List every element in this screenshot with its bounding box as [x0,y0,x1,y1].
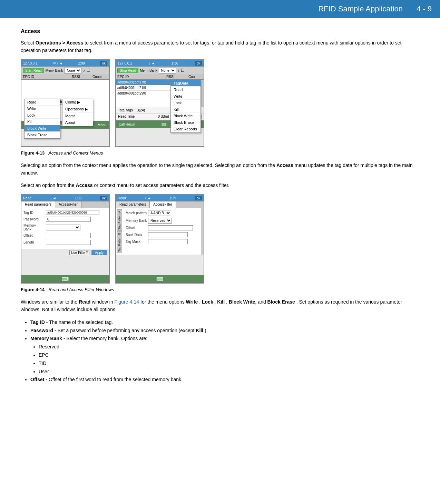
screen2-icons: ♪ ◄ [149,61,155,65]
select-option-text1: Select an option from the [21,182,76,188]
memory-bank-bold: Memory Bank [30,336,62,341]
tag-ctx-read[interactable]: Read [171,87,201,93]
header-page: 4 - 9 [417,4,432,13]
screen1-membank-label: Mem· Bank [46,69,63,72]
figure-13-caption: Figure 4-13 Access and Context Menus [21,150,419,156]
screen1-none-select[interactable]: None [64,68,81,73]
ctx-read[interactable]: Read [25,99,60,106]
screen2-kb-icon: ⌨ [162,122,166,126]
screen4-ok-button[interactable]: ok [195,196,202,200]
figure-14-caption: Figure 4-14 Read and Access Filter Windo… [21,287,419,292]
section-title: Access [21,28,419,34]
screen3-use-filter-btn[interactable]: Use Filter? [69,250,89,255]
screen4-side-labels: Tag Pattern A Tag Pattern B [116,208,124,255]
screen2-scrollbar[interactable] [201,80,204,107]
figure-14-label: Figure 4-14 [21,287,45,292]
screen3-password-input[interactable] [46,217,91,222]
memory-option-reserved: Reserved [39,343,419,351]
screen4-offset-input[interactable] [148,225,193,230]
screen3-length-row: Length [23,240,107,245]
screen3-tab-read[interactable]: Read parameters [21,201,55,208]
screen4-bank-data-label: Bank Data [126,233,148,237]
screen4-form: Match pattern A AND B Memory Bank Reserv… [124,208,201,255]
intro-paragraph: Select Operations > Access to select fro… [21,39,419,54]
screen2-table-body: ad8b04001bdf17fb ad8b04001bdf21f9 ad8b04… [116,80,204,107]
screen2-total-tags-label: Total tags [118,108,133,112]
screen2-checkbox: ☐ [181,68,185,73]
screen3-length-input[interactable] [46,240,91,245]
stop-read-button[interactable]: Stop Read [117,68,138,73]
selecting-text1: Selecting an option from the context men… [21,162,276,168]
screen3-phone: Read ♪ ◄ 1:38 ok Read parameters AccessF… [21,194,110,284]
bullet-password: Password - Set a password before perform… [30,327,419,335]
windows-text2: window in [92,299,114,305]
screen4-tab-read[interactable]: Read parameters [116,201,150,208]
screen3-offset-label: Offset [23,234,46,237]
screen4-offset-row: Offset [126,225,199,230]
screen4-membank-label: Memory Bank [126,219,148,223]
windows-comma1: , [199,299,202,305]
screen1-sub-menu: Config ▶ Operations ▶ Mgmt About [62,99,93,126]
screen2-btnrow: Stop Read Mem· Bank None ♪ ☐ [116,67,204,74]
ctx-block-erase[interactable]: Block Erase [25,132,60,138]
tag-ctx-block-erase[interactable]: Block Erase [171,119,201,126]
tag-ctx-write[interactable]: Write [171,93,201,100]
screen4-tag-mask-row: Tag Mask [126,239,199,244]
screen3-tabs: Read parameters AccessFilter [21,201,109,208]
screen3-membank-select[interactable] [46,225,80,230]
ctx-kill[interactable]: Kill [25,119,60,125]
screen3-offset-row: Offset [23,233,107,238]
bullet-memory-bank: Memory Bank - Select the memory bank. Op… [30,335,419,376]
screen3-membank-row: MemoryBank [23,224,107,231]
tagdata-header: TagData [171,80,201,87]
screen1-ok-button[interactable]: ok [100,61,107,66]
ctx-lock[interactable]: Lock [25,112,60,119]
tag-ctx-lock[interactable]: Lock [171,100,201,106]
screen4-membank-row: Memory Bank Reserved [126,218,199,224]
password-kill-bold: Kill [196,328,203,333]
sub-mgmt[interactable]: Mgmt [62,113,93,119]
ctx-block-write[interactable]: Block Write [25,125,60,132]
ctx-write[interactable]: Write [25,106,60,112]
screen2-none-select[interactable]: None [159,68,176,73]
screen2-membank-label: Mem· Bank [140,69,157,72]
screen2-call-result: Call Result [119,122,135,126]
header-title: RFID Sample Application [318,4,403,13]
screen4-tag-mask-label: Tag Mask [126,240,148,244]
screen4-bank-data-input[interactable] [148,232,188,237]
password-end: ). [205,328,208,333]
windows-paragraph: Windows are similar to the Read window i… [21,298,419,313]
start-read-button[interactable]: Start Read [23,68,44,73]
sub-about[interactable]: About [62,119,93,126]
screen1-table-header: EPC ID RSSI Count [21,74,109,80]
screen4-tag-mask-input[interactable] [148,239,188,244]
screen4-membank-select[interactable]: Reserved [148,218,172,224]
screen4-phone: Read ♪ ◄ 1:39 ok Read parameters AccessF… [115,194,204,284]
screen4-pattern-b-label: Tag Pattern B [117,231,122,253]
screen3-tag-id-label: Tag ID [23,211,46,215]
screen3-apply-btn[interactable]: Apply [91,250,107,255]
screen4-scrollbar[interactable] [201,208,204,255]
figure-14-link[interactable]: Figure 4-14 [115,299,139,305]
screen3-tab-access[interactable]: AccessFilter [55,201,81,208]
screen3-tag-id-input[interactable] [46,210,99,215]
windows-text1: Windows are similar to the [21,299,79,305]
screen3-password-row: Password [23,217,107,222]
tag-ctx-kill[interactable]: Kill [171,106,201,113]
sub-config[interactable]: Config ▶ [62,99,93,106]
offset-text: - Offset of the first word to read from … [46,377,183,382]
sub-operations[interactable]: Operations ▶ [62,106,93,113]
windows-kill-bold: Kill [217,299,225,305]
screen3-offset-input[interactable] [46,233,91,238]
tag-ctx-clear-reports[interactable]: Clear Reports [171,126,201,132]
bullet-list: Tag ID - The name of the selected tag. P… [30,318,419,384]
screen1-context-menu: Read Write Lock Kill Block Write Block E… [24,99,60,139]
screen4-tab-access[interactable]: AccessFilter [150,201,176,208]
screen1-time: 2:08 [78,61,85,65]
tag-ctx-block-write[interactable]: Block Write [171,113,201,119]
screen4-match-select[interactable]: A AND B [148,210,171,216]
windows-and: and [258,299,267,305]
screen2-ok-button[interactable]: ok [195,61,202,66]
screen3-ok-button[interactable]: ok [100,196,107,200]
screen4-time: 1:39 [169,196,176,200]
